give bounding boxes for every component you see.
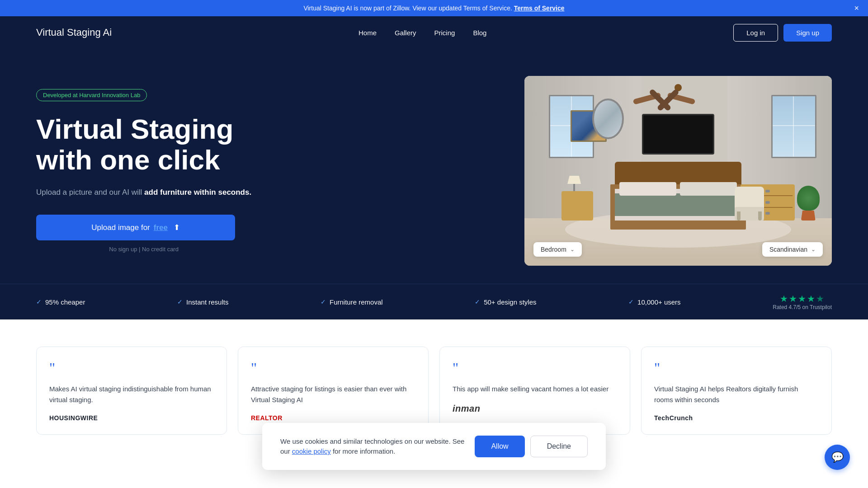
- banner-close-button[interactable]: ×: [854, 4, 859, 13]
- stat-instant-label: Instant results: [186, 298, 228, 306]
- testimonial-text-3: This app will make selling vacant homes …: [453, 384, 617, 394]
- testimonial-text-2: Attractive staging for listings is easie…: [251, 384, 415, 405]
- hero-subtitle: Upload a picture and our AI will add fur…: [36, 186, 251, 198]
- stats-bar: ✓ 95% cheaper ✓ Instant results ✓ Furnit…: [0, 284, 868, 319]
- stat-furniture-label: Furniture removal: [330, 298, 383, 306]
- navigation: Home Gallery Pricing Blog: [359, 29, 486, 37]
- check-icon-4: ✓: [475, 298, 480, 305]
- ceiling-fan: [660, 84, 696, 101]
- nav-home[interactable]: Home: [359, 29, 377, 37]
- stat-styles-label: 50+ design styles: [484, 298, 536, 306]
- check-icon-2: ✓: [177, 298, 183, 305]
- stat-cheaper: ✓ 95% cheaper: [36, 298, 85, 306]
- quote-icon-3: ": [453, 360, 617, 376]
- testimonial-1: " Makes AI virtual staging indistinguish…: [36, 347, 227, 435]
- signup-button[interactable]: Sign up: [783, 24, 832, 42]
- check-icon-1: ✓: [36, 298, 42, 305]
- nav-gallery[interactable]: Gallery: [395, 29, 416, 37]
- nightstand-left: [561, 191, 593, 221]
- testimonial-source-4: TechCrunch: [654, 414, 819, 422]
- stat-cheaper-label: 95% cheaper: [45, 298, 85, 306]
- harvard-badge: Developed at Harvard Innovation Lab: [36, 89, 147, 101]
- testimonial-4: " Virtual Staging AI helps Realtors digi…: [641, 347, 832, 435]
- quote-icon-2: ": [251, 360, 415, 376]
- allow-button[interactable]: Allow: [475, 436, 524, 457]
- stat-furniture: ✓ Furniture removal: [321, 298, 383, 306]
- mirror: [592, 99, 624, 139]
- window-right: [771, 95, 816, 158]
- lamp-left: [567, 176, 581, 191]
- testimonial-text-4: Virtual Staging AI helps Realtors digita…: [654, 384, 819, 405]
- trustpilot-stars: ★★★★★: [780, 293, 825, 304]
- stat-instant: ✓ Instant results: [177, 298, 228, 306]
- logo-suffix: Ai: [101, 27, 112, 38]
- stat-users: ✓ 10,000+ users: [628, 298, 681, 306]
- logo: Virtual Staging Ai: [36, 27, 112, 38]
- banner-text: Virtual Staging AI is now part of Zillow…: [303, 5, 512, 12]
- quote-icon-1: ": [49, 360, 214, 376]
- hero-title: Virtual Stagingwith one click: [36, 114, 251, 175]
- testimonial-text-1: Makes AI virtual staging indistinguishab…: [49, 384, 214, 405]
- bedroom-scene: [524, 76, 832, 266]
- bed-cover: [615, 193, 741, 216]
- hero-left: Developed at Harvard Innovation Lab Virt…: [36, 89, 251, 253]
- style-dropdown-arrow: ⌄: [811, 246, 816, 253]
- cookie-actions: Allow Decline: [475, 436, 588, 457]
- nav-pricing[interactable]: Pricing: [434, 29, 455, 37]
- quote-icon-4: ": [654, 360, 819, 376]
- cookie-banner: We use cookies and similar technologies …: [262, 423, 606, 470]
- check-icon-5: ✓: [628, 298, 634, 305]
- check-icon-3: ✓: [321, 298, 326, 305]
- nav-blog[interactable]: Blog: [473, 29, 486, 37]
- testimonial-source-3: inman: [453, 404, 617, 414]
- logo-text: Virtual Staging: [36, 27, 101, 38]
- trustpilot-rating: Rated 4.7/5 on Trustpilot: [773, 304, 832, 310]
- cookie-policy-link[interactable]: cookie policy: [292, 447, 331, 455]
- header: Virtual Staging Ai Home Gallery Pricing …: [0, 16, 868, 49]
- trustpilot-badge: ★★★★★ Rated 4.7/5 on Trustpilot: [773, 293, 832, 310]
- login-button[interactable]: Log in: [733, 24, 778, 42]
- banner-link[interactable]: Terms of Service: [514, 5, 565, 12]
- testimonial-source-2: REALTOR: [251, 414, 415, 422]
- top-banner: Virtual Staging AI is now part of Zillow…: [0, 0, 868, 16]
- room-type-label: Bedroom: [541, 246, 566, 253]
- stat-users-label: 10,000+ users: [637, 298, 681, 306]
- testimonial-source-1: HOUSINGWIRE: [49, 414, 214, 422]
- chat-icon: 💬: [831, 451, 844, 463]
- plant: [797, 186, 820, 221]
- room-type-dropdown[interactable]: Bedroom ⌄: [533, 242, 582, 257]
- style-label: Scandinavian: [769, 246, 807, 253]
- hero-image: Bedroom ⌄ Scandinavian ⌄: [524, 76, 832, 266]
- tv: [642, 114, 714, 155]
- upload-free-text: free: [154, 223, 168, 232]
- stat-styles: ✓ 50+ design styles: [475, 298, 536, 306]
- pillows: [619, 182, 737, 196]
- chat-button[interactable]: 💬: [825, 445, 850, 470]
- header-actions: Log in Sign up: [733, 24, 832, 42]
- room-dropdown-arrow: ⌄: [570, 246, 575, 253]
- testimonial-3: " This app will make selling vacant home…: [439, 347, 630, 435]
- hero-section: Developed at Harvard Innovation Lab Virt…: [0, 49, 868, 284]
- testimonial-2: " Attractive staging for listings is eas…: [238, 347, 429, 435]
- cookie-text: We use cookies and similar technologies …: [280, 436, 466, 457]
- style-dropdown[interactable]: Scandinavian ⌄: [762, 242, 823, 257]
- no-signup-text: No sign up | No credit card: [36, 246, 251, 253]
- decline-button[interactable]: Decline: [530, 436, 588, 457]
- upload-button[interactable]: Upload image for free ⬆: [36, 215, 235, 240]
- chair: [735, 187, 764, 221]
